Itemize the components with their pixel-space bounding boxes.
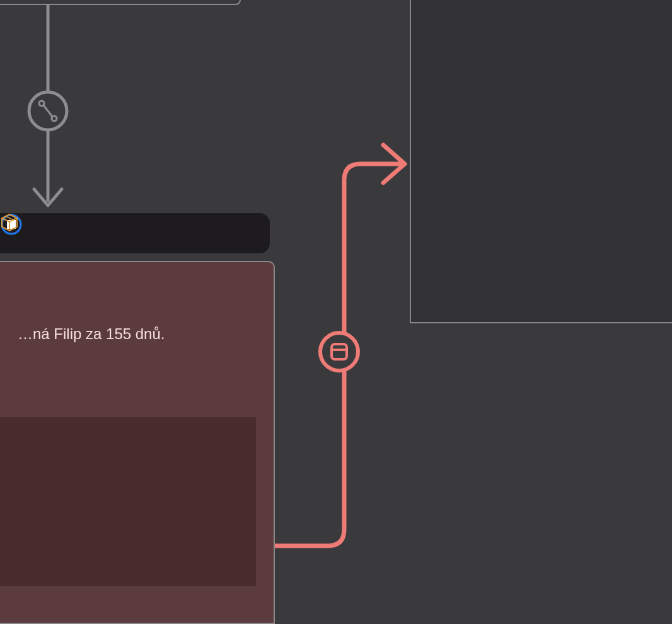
connector-gray (29, 5, 67, 205)
node-toolbar (0, 213, 270, 253)
connector-red (272, 145, 405, 546)
merge-icon (39, 101, 57, 121)
svg-line-4 (43, 105, 52, 117)
svg-point-2 (39, 101, 44, 106)
svg-point-6 (320, 333, 358, 371)
node-inner-panel (0, 417, 256, 586)
svg-point-3 (52, 116, 57, 121)
box-button[interactable] (58, 222, 81, 245)
target-node-panel[interactable] (410, 0, 672, 323)
node-output-text: …ná Filip za 155 dnů. (18, 325, 256, 343)
box-icon (0, 213, 19, 232)
